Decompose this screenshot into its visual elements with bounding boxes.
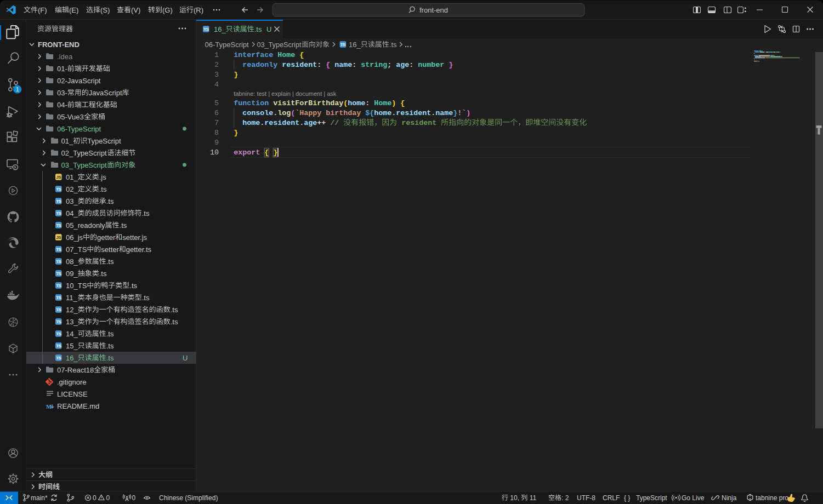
svg-text:.: .: [260, 119, 264, 127]
svg-text:log: log: [277, 109, 291, 117]
svg-text:04-: 04-: [57, 101, 67, 109]
svg-text:TS: TS: [56, 343, 61, 348]
svg-text:age: age: [396, 61, 409, 69]
svg-text:TypeScript: TypeScript: [636, 494, 667, 502]
svg-text:TS: TS: [340, 42, 346, 47]
svg-text:(R): (R): [194, 6, 203, 14]
svg-text:.js: .js: [99, 173, 107, 181]
svg-text:08_: 08_: [66, 257, 78, 266]
svg-text:Go Live: Go Live: [682, 494, 705, 502]
svg-text:.ts: .ts: [120, 221, 127, 230]
svg-text:11: 11: [527, 494, 536, 502]
svg-text:3: 3: [214, 71, 219, 79]
svg-text:(V): (V): [131, 6, 140, 14]
svg-text:TS: TS: [56, 271, 61, 276]
svg-text:01-: 01-: [57, 65, 67, 73]
svg-text:visitForBirthday: visitForBirthday: [273, 99, 343, 107]
svg-text://: //: [330, 119, 343, 127]
svg-text:++: ++: [317, 119, 326, 127]
svg-text:home: home: [348, 99, 365, 107]
svg-text:home: home: [242, 119, 260, 127]
svg-text:1: 1: [214, 51, 219, 59]
svg-text:TS: TS: [56, 223, 61, 228]
svg-text:16_: 16_: [349, 41, 361, 49]
svg-text:09_: 09_: [66, 270, 78, 278]
svg-text:.ts: .ts: [389, 41, 397, 49]
svg-text:CRLF: CRLF: [603, 494, 620, 502]
svg-text:05-Vue3: 05-Vue3: [57, 113, 84, 121]
svg-text:15_: 15_: [66, 342, 78, 350]
svg-text:setter.js: setter.js: [122, 233, 147, 242]
svg-text:: 2: : 2: [561, 494, 569, 502]
svg-text:.ts: .ts: [106, 330, 114, 338]
svg-text:getter: getter: [97, 233, 116, 242]
svg-text:README.md: README.md: [57, 402, 99, 410]
svg-text:16_: 16_: [214, 25, 226, 33]
svg-text:!`: !`: [457, 109, 466, 117]
svg-text:age: age: [304, 119, 317, 127]
svg-text:main*: main*: [31, 494, 48, 502]
svg-text:.: .: [391, 109, 396, 117]
svg-text:console: console: [242, 109, 273, 117]
svg-text:9: 9: [214, 139, 219, 147]
svg-text:06-TypeScript: 06-TypeScript: [205, 41, 249, 49]
svg-text:interface: interface: [234, 51, 273, 59]
svg-text:(: (: [343, 99, 348, 107]
svg-text:6: 6: [214, 109, 219, 117]
svg-text:resident: resident: [396, 109, 431, 117]
svg-text:Home: Home: [277, 51, 295, 59]
svg-text:UTF-8: UTF-8: [577, 494, 595, 502]
svg-text:06-TypeScript: 06-TypeScript: [57, 125, 101, 133]
svg-text:02_: 02_: [66, 185, 78, 193]
svg-text:.ts: .ts: [106, 342, 114, 350]
svg-text:{: {: [299, 51, 304, 59]
svg-text:TS: TS: [203, 27, 209, 32]
svg-text::: :: [409, 61, 413, 69]
svg-text:U: U: [266, 25, 271, 33]
svg-text:resident: resident: [397, 119, 441, 127]
svg-text:.: .: [299, 119, 304, 127]
svg-text:.idea: .idea: [57, 53, 73, 61]
svg-text:front-end: front-end: [419, 6, 448, 14]
svg-text:name: name: [435, 109, 453, 117]
svg-text:TS: TS: [56, 259, 61, 264]
svg-text:TS: TS: [56, 247, 61, 252]
svg-text:13_: 13_: [66, 318, 78, 326]
svg-text:resident: resident: [264, 119, 299, 127]
svg-text:JS: JS: [56, 235, 61, 240]
svg-text:.: .: [273, 109, 277, 117]
svg-text:07-React18: 07-React18: [57, 366, 94, 374]
svg-text:2: 2: [214, 61, 219, 69]
svg-text:TS: TS: [56, 295, 61, 300]
svg-text:.ts: .ts: [142, 294, 150, 302]
svg-text:.gitignore: .gitignore: [57, 378, 86, 386]
svg-text:03_TypeScript: 03_TypeScript: [257, 41, 302, 49]
svg-text:TS: TS: [56, 331, 61, 336]
svg-text:.ts: .ts: [171, 318, 178, 326]
svg-text:Ninja: Ninja: [722, 494, 737, 502]
svg-text:.ts: .ts: [106, 257, 114, 266]
svg-text:0: 0: [93, 494, 97, 502]
svg-text:(G): (G): [162, 6, 173, 14]
svg-text:}: }: [273, 148, 277, 157]
svg-text:TS: TS: [56, 307, 61, 312]
svg-text:11_: 11_: [66, 294, 77, 302]
svg-text:10,: 10,: [508, 494, 521, 502]
svg-text:.ts: .ts: [106, 197, 114, 205]
svg-text:TS: TS: [56, 187, 61, 192]
svg-text:TS: TS: [56, 283, 61, 288]
svg-text:JavaScript: JavaScript: [89, 89, 122, 97]
svg-text:.ts: .ts: [254, 25, 262, 33]
svg-text:`Happy birthday: `Happy birthday: [295, 109, 365, 117]
svg-text:TS: TS: [56, 211, 61, 216]
svg-text:06_js: 06_js: [66, 233, 83, 242]
svg-text:12_: 12_: [66, 306, 78, 314]
svg-text:16_: 16_: [66, 354, 78, 362]
svg-text:tabnine: test | explain | docu: tabnine: test | explain | document | ask: [234, 90, 337, 97]
svg-text::: :: [317, 61, 321, 69]
svg-text:.ts: .ts: [99, 270, 107, 278]
svg-text:5: 5: [214, 99, 219, 107]
svg-text:setter: setter: [101, 245, 119, 254]
svg-text:;: ;: [387, 61, 391, 69]
svg-text::: :: [352, 61, 356, 69]
